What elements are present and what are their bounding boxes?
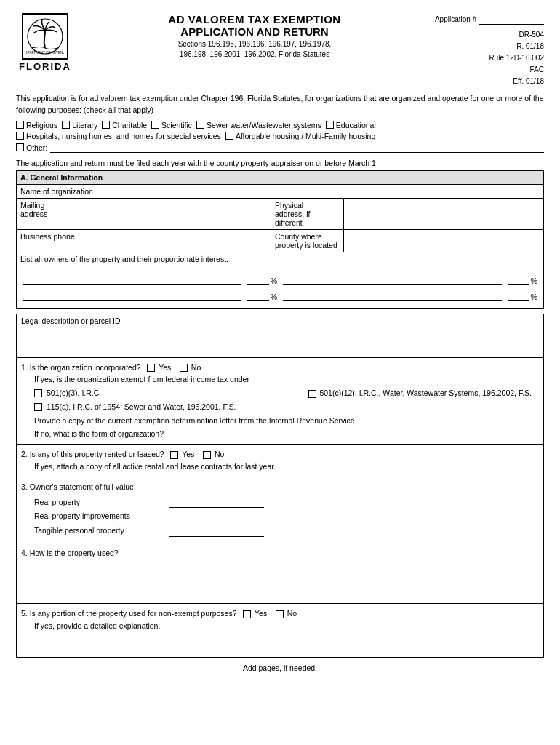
q2-no-checkbox[interactable] bbox=[203, 451, 211, 459]
mailing-input[interactable] bbox=[111, 198, 271, 229]
q4-num: 4. bbox=[21, 549, 28, 557]
q1-no-checkbox[interactable] bbox=[180, 364, 188, 372]
q5-num: 5. bbox=[21, 609, 28, 618]
app-number-line bbox=[479, 13, 544, 25]
hospitals-checkbox[interactable] bbox=[16, 132, 24, 140]
q4-input-area[interactable] bbox=[21, 559, 539, 599]
owner3-name-input[interactable] bbox=[23, 291, 241, 301]
q1-if-no: If no, what is the form of organization? bbox=[34, 428, 539, 440]
q2-yes-checkbox[interactable] bbox=[170, 451, 178, 459]
owner4-pct-input[interactable] bbox=[508, 291, 529, 301]
section-a-table: A. General Information Name of organizat… bbox=[16, 170, 544, 309]
legal-label: Legal description or parcel ID bbox=[21, 316, 121, 325]
svg-text:DEPARTMENT OF REVENUE: DEPARTMENT OF REVENUE bbox=[26, 51, 64, 55]
owner-row-2: % % bbox=[23, 291, 537, 301]
form-id: DR-504 bbox=[428, 29, 544, 41]
religious-label: Religious bbox=[26, 121, 57, 130]
other-checkbox[interactable] bbox=[16, 143, 24, 151]
pct-symbol-1: % bbox=[271, 276, 277, 285]
other-row: Other: bbox=[16, 143, 544, 153]
charitable-checkbox[interactable] bbox=[102, 121, 110, 129]
q3-improvements-input[interactable] bbox=[169, 512, 264, 522]
fac: FAC bbox=[428, 64, 544, 76]
cb-affordable[interactable]: Affordable housing / Multi-Family housin… bbox=[225, 132, 375, 140]
literary-checkbox[interactable] bbox=[62, 121, 70, 129]
q1-opt3-checkbox[interactable] bbox=[34, 403, 42, 411]
app-number-label: Application # bbox=[428, 13, 544, 25]
educational-label: Educational bbox=[336, 121, 376, 130]
q3-real-input[interactable] bbox=[169, 498, 264, 508]
educational-checkbox[interactable] bbox=[326, 121, 334, 129]
rule: Rule 12D-16.002 bbox=[428, 52, 544, 64]
q3-tangible-input[interactable] bbox=[169, 527, 264, 537]
q1-yes-checkbox[interactable] bbox=[147, 364, 155, 372]
form-title: AD VALOREM TAX EXEMPTION APPLICATION AND… bbox=[81, 13, 428, 58]
q1-num: 1. bbox=[21, 363, 28, 372]
q5-text: Is any portion of the property used for … bbox=[30, 609, 237, 618]
q1-opt1-checkbox[interactable] bbox=[34, 389, 42, 397]
cb-educational[interactable]: Educational bbox=[326, 121, 376, 130]
q1-yes-label: Yes bbox=[159, 363, 171, 372]
cb-hospitals[interactable]: Hospitals, nursing homes, and homes for … bbox=[16, 132, 221, 140]
owner2-name-input[interactable] bbox=[283, 275, 502, 285]
cb-religious[interactable]: Religious bbox=[16, 121, 57, 130]
owner3-pct-input[interactable] bbox=[247, 291, 269, 301]
owner2-pct-input[interactable] bbox=[508, 275, 529, 285]
revision: R. 01/18 bbox=[428, 41, 544, 52]
q1-opt2-row: 501(c)(12), I.R.C., Water, Wastewater Sy… bbox=[104, 387, 539, 399]
florida-label: FLORIDA bbox=[19, 61, 71, 72]
cb-sewer[interactable]: Sewer water/Wastewater systems bbox=[196, 121, 321, 130]
pct-symbol-4: % bbox=[531, 292, 537, 301]
scientific-checkbox[interactable] bbox=[151, 121, 159, 129]
name-org-input[interactable] bbox=[111, 184, 544, 198]
q5-no-checkbox[interactable] bbox=[276, 610, 284, 618]
owner4-name-input[interactable] bbox=[283, 291, 502, 301]
q3-real-label: Real property bbox=[34, 496, 165, 509]
physical-label: Physicaladdress, ifdifferent bbox=[271, 198, 344, 229]
q5-explanation-area[interactable] bbox=[21, 632, 539, 653]
q5-no-label: No bbox=[287, 609, 297, 618]
literary-label: Literary bbox=[72, 121, 97, 130]
owner1-pct-input[interactable] bbox=[247, 275, 269, 285]
q5-if-yes: If yes, provide a detailed explanation. bbox=[34, 620, 539, 632]
sections-ref1: Sections 196.195, 196.196, 196.197, 196.… bbox=[81, 40, 428, 48]
logo-box: DEPARTMENT OF REVENUE FLORIDA bbox=[16, 13, 74, 72]
cb-literary[interactable]: Literary bbox=[62, 121, 97, 130]
cb-charitable[interactable]: Charitable bbox=[102, 121, 147, 130]
q1-opt1-label: 501(c)(3), I.R.C. bbox=[47, 387, 101, 399]
affordable-checkbox[interactable] bbox=[225, 132, 233, 140]
footer-text: Add pages, if needed. bbox=[16, 664, 544, 672]
scientific-label: Scientific bbox=[161, 121, 192, 130]
q2-no-label: No bbox=[215, 450, 224, 458]
religious-checkbox[interactable] bbox=[16, 121, 24, 129]
q3-num: 3. bbox=[21, 482, 28, 491]
other-input-line[interactable] bbox=[50, 143, 544, 153]
cb-other[interactable]: Other: bbox=[16, 143, 47, 152]
pct-symbol-3: % bbox=[271, 292, 277, 301]
q5-yes-checkbox[interactable] bbox=[243, 610, 251, 618]
charitable-label: Charitable bbox=[112, 121, 147, 130]
county-input[interactable] bbox=[344, 229, 544, 252]
eff: Eff. 01/18 bbox=[428, 76, 544, 87]
mailing-label: Mailingaddress bbox=[17, 198, 111, 229]
owner1-name-input[interactable] bbox=[23, 275, 241, 285]
sections-ref2: 196.198, 196.2001, 196.2002, Florida Sta… bbox=[81, 50, 428, 58]
physical-input[interactable] bbox=[344, 198, 544, 229]
title-line2: APPLICATION AND RETURN bbox=[81, 25, 428, 38]
florida-logo: DEPARTMENT OF REVENUE bbox=[22, 13, 68, 60]
page-header: DEPARTMENT OF REVENUE FLORIDA AD VALOREM… bbox=[16, 13, 544, 87]
cb-scientific[interactable]: Scientific bbox=[151, 121, 192, 130]
q1-provide: Provide a copy of the current exemption … bbox=[34, 415, 539, 427]
purposes-row1: Religious Literary Charitable Scientific… bbox=[16, 121, 544, 130]
owner-lines: % % % % bbox=[23, 275, 537, 301]
intro-text: This application is for ad valorem tax e… bbox=[16, 93, 544, 116]
q2-if-yes: If yes, attach a copy of all active rent… bbox=[34, 461, 539, 473]
sewer-checkbox[interactable] bbox=[196, 121, 204, 129]
q1-opt2-checkbox[interactable] bbox=[308, 390, 316, 398]
legal-input[interactable] bbox=[21, 325, 539, 346]
phone-input[interactable] bbox=[111, 229, 271, 252]
purposes-row2: Hospitals, nursing homes, and homes for … bbox=[16, 132, 544, 140]
q1-option3-row: 115(a), I.R.C. of 1954, Sewer and Water,… bbox=[34, 401, 539, 413]
q1-option1-row: 501(c)(3), I.R.C. 501(c)(12), I.R.C., Wa… bbox=[34, 387, 539, 399]
question-2-block: 2. Is any of this property rented or lea… bbox=[17, 445, 543, 477]
